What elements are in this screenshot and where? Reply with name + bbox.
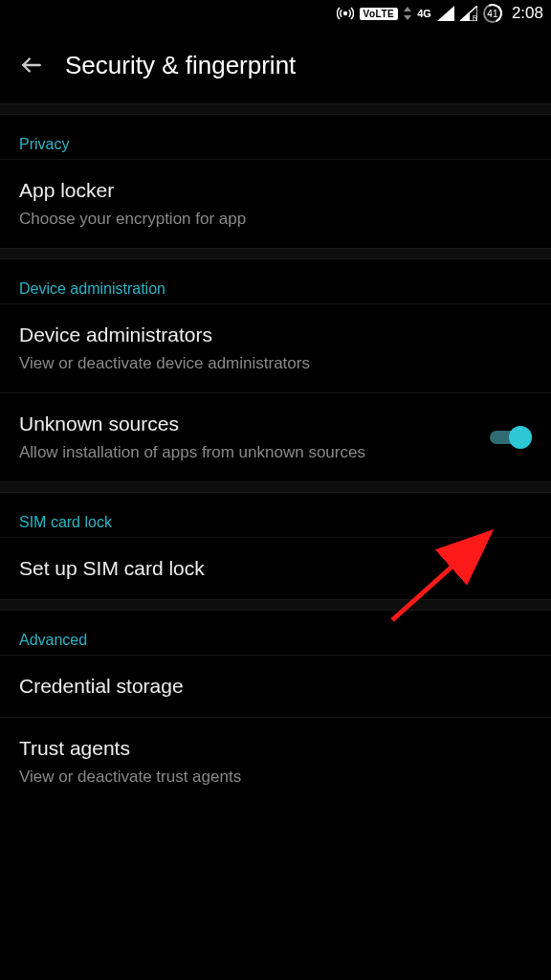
item-title: App locker: [19, 177, 532, 204]
clock: 2:08: [512, 4, 543, 23]
app-bar: Security & fingerprint: [0, 27, 551, 103]
item-app-locker[interactable]: App locker Choose your encryption for ap…: [0, 159, 551, 248]
item-device-administrators[interactable]: Device administrators View or deactivate…: [0, 303, 551, 392]
page-title: Security & fingerprint: [65, 51, 296, 80]
svg-text:R: R: [473, 14, 477, 21]
section-divider: [0, 248, 551, 259]
network-type-label: 4G: [417, 9, 431, 18]
item-title: Unknown sources: [19, 411, 473, 437]
item-title: Set up SIM card lock: [19, 555, 532, 582]
item-credential-storage[interactable]: Credential storage: [0, 655, 551, 717]
section-header-sim: SIM card lock: [0, 493, 551, 537]
section-divider: [0, 103, 551, 115]
section-divider: [0, 599, 551, 611]
data-arrows-icon: [404, 7, 411, 20]
signal-roaming-icon: R: [460, 6, 477, 21]
svg-marker-1: [404, 7, 411, 11]
item-subtitle: Choose your encryption for app: [19, 208, 532, 231]
item-title: Trust agents: [19, 735, 532, 762]
settings-list: Privacy App locker Choose your encryptio…: [0, 103, 551, 806]
signal-icon: [437, 6, 454, 21]
svg-marker-3: [437, 6, 454, 21]
section-divider: [0, 481, 551, 493]
svg-marker-5: [460, 12, 470, 21]
item-subtitle: View or deactivate device administrators: [19, 352, 532, 375]
battery-icon: 41: [483, 4, 502, 23]
item-title: Credential storage: [19, 673, 532, 700]
back-icon[interactable]: [19, 53, 44, 78]
svg-marker-2: [404, 15, 411, 20]
status-bar: VoLTE 4G R 41 2:08: [0, 0, 551, 27]
volte-icon: VoLTE: [360, 8, 399, 20]
item-title: Device administrators: [19, 322, 532, 348]
section-header-advanced: Advanced: [0, 611, 551, 655]
item-subtitle: View or deactivate trust agents: [19, 766, 532, 789]
item-trust-agents[interactable]: Trust agents View or deactivate trust ag…: [0, 717, 551, 806]
section-header-privacy: Privacy: [0, 115, 551, 159]
hotspot-icon: [337, 5, 354, 22]
toggle-thumb: [509, 426, 532, 449]
item-subtitle: Allow installation of apps from unknown …: [19, 441, 473, 464]
section-header-device-admin: Device administration: [0, 259, 551, 303]
battery-level: 41: [487, 9, 497, 19]
unknown-sources-toggle[interactable]: [490, 424, 532, 451]
svg-point-0: [343, 12, 346, 15]
item-sim-lock[interactable]: Set up SIM card lock: [0, 537, 551, 599]
item-unknown-sources[interactable]: Unknown sources Allow installation of ap…: [0, 392, 551, 481]
